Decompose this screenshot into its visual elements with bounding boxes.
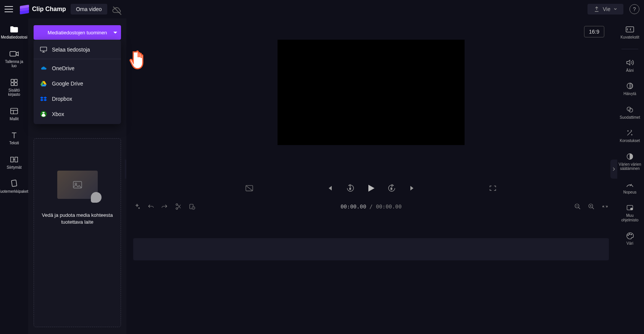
import-dropbox[interactable]: Dropbox (34, 91, 121, 106)
image-placeholder-icon (73, 181, 82, 189)
rail-label: Värien värien säätäminen (618, 162, 642, 171)
import-button-label: Mediatiedostojen tuominen (48, 30, 107, 35)
skip-end-button[interactable] (408, 184, 417, 193)
timeline-empty-track[interactable] (133, 238, 609, 260)
media-dropzone[interactable]: Vedä ja pudota media kohteesta tuotettav… (34, 138, 121, 327)
rail-effects[interactable]: Korostukset (617, 127, 642, 145)
rail-transitions[interactable]: Siirtymät (2, 154, 27, 171)
rail-media[interactable]: Mediatiedostosi (2, 24, 27, 41)
aspect-ratio-button[interactable]: 16:9 (584, 26, 604, 37)
app-name: Clip Champ (32, 6, 66, 13)
rail-label: Korostukset (620, 139, 640, 143)
svg-point-21 (176, 208, 178, 210)
import-source-dropdown: Selaa tiedostoja OneDrive Google Drive D (34, 40, 121, 124)
svg-rect-1 (10, 52, 16, 56)
library-icon (9, 78, 19, 87)
rail-record[interactable]: Tallenna ja luo (2, 48, 27, 70)
onedrive-icon (40, 65, 47, 72)
zoom-in-button[interactable] (588, 203, 595, 210)
undo-button[interactable] (147, 203, 155, 210)
svg-rect-12 (40, 47, 47, 51)
collapse-right-panel-tab[interactable] (610, 160, 617, 179)
rewind-5-button[interactable]: 5 (346, 184, 355, 193)
preview-row: 16:9 (126, 18, 616, 179)
rail-label: Tallenna ja luo (2, 60, 26, 68)
cloud-sync-off-icon[interactable] (112, 5, 123, 13)
templates-icon (9, 107, 19, 115)
rail-brandkit[interactable]: Tuotemerkkipaketti (2, 178, 27, 195)
svg-text:5: 5 (349, 187, 351, 190)
text-icon (9, 131, 19, 139)
svg-point-38 (631, 208, 633, 210)
app-logo-block: Clip Champ (20, 5, 66, 13)
timeline-toolbar: 00:00.00 / 00:00.00 (126, 198, 616, 215)
zoom-out-button[interactable] (574, 203, 581, 210)
contrast-icon (625, 152, 635, 161)
svg-rect-10 (15, 157, 18, 162)
camera-icon (9, 50, 19, 58)
rail-text[interactable]: Teksti (2, 129, 27, 147)
dropdown-label: Xbox (52, 111, 64, 117)
help-button[interactable]: ? (629, 4, 639, 14)
timecode-sep: / (370, 203, 373, 210)
dropzone-thumb (57, 171, 98, 199)
ai-sparkle-button[interactable] (133, 203, 141, 210)
rail-filters[interactable]: Suodattimet (617, 104, 642, 121)
filters-icon (625, 105, 635, 114)
rail-library[interactable]: Sisältö kirjasto (2, 77, 27, 98)
svg-rect-6 (11, 108, 18, 114)
export-button[interactable]: Vie (588, 4, 623, 15)
svg-point-40 (629, 234, 630, 234)
folder-icon (9, 25, 19, 34)
delete-clip-button[interactable] (188, 203, 196, 210)
rail-color-adjust[interactable]: Värien värien säätäminen (617, 151, 642, 173)
dropzone-text: Vedä ja pudota media kohteesta tuotettav… (34, 212, 121, 225)
import-browse-files[interactable]: Selaa tiedostoja (34, 42, 121, 57)
safe-area-toggle[interactable] (245, 184, 254, 193)
rail-label: Siirtymät (7, 165, 22, 170)
rail-audio[interactable]: Ääni (617, 57, 642, 74)
fit-timeline-button[interactable] (601, 203, 609, 210)
clipchamp-logo-icon (20, 5, 29, 13)
svg-rect-3 (15, 79, 17, 82)
wand-icon (625, 129, 635, 137)
dropdown-label: Dropbox (52, 96, 72, 102)
project-title-chip[interactable]: Oma video (71, 4, 107, 15)
rail-other-software[interactable]: Muu ohjelmisto (617, 202, 642, 224)
rail-label: Suodattimet (620, 115, 640, 120)
rail-captions[interactable]: Kuvatekstit (617, 24, 642, 41)
svg-rect-4 (11, 82, 14, 85)
import-onedrive[interactable]: OneDrive (34, 61, 121, 76)
speed-gauge-icon (625, 180, 635, 189)
svg-rect-11 (11, 180, 17, 187)
skip-start-button[interactable] (325, 184, 334, 193)
rail-templates[interactable]: Mallit (2, 105, 27, 123)
import-google-drive[interactable]: Google Drive (34, 76, 121, 91)
rail-label: Ääni (626, 68, 634, 73)
svg-rect-9 (11, 157, 13, 162)
rail-label: Mediatiedostosi (1, 35, 27, 40)
timeline-area[interactable] (126, 215, 616, 334)
rail-label: Kuvatekstit (621, 35, 639, 40)
rail-speed[interactable]: Nopeus (617, 179, 642, 196)
rail-label: Mallit (10, 117, 18, 121)
rail-label: Sisältö kirjasto (2, 88, 26, 97)
plugin-icon (625, 203, 635, 212)
rail-fade[interactable]: Häivytä (617, 80, 642, 98)
import-xbox[interactable]: Xbox (34, 106, 121, 122)
pointer-hand-annotation (128, 49, 150, 71)
menu-hamburger-icon[interactable] (5, 4, 15, 15)
dropdown-label: Google Drive (52, 81, 83, 87)
split-button[interactable] (174, 203, 182, 210)
play-button[interactable] (366, 184, 376, 193)
fullscreen-button[interactable] (488, 184, 497, 193)
rail-color[interactable]: Väri (617, 230, 642, 247)
video-preview-canvas[interactable] (278, 40, 465, 145)
svg-line-25 (578, 207, 580, 209)
right-properties-rail: Kuvatekstit Ääni Häivytä Suodattimet Ko (616, 18, 644, 334)
transitions-icon (9, 155, 19, 164)
import-media-button[interactable]: Mediatiedostojen tuominen (34, 25, 121, 40)
brandkit-icon (9, 179, 19, 188)
redo-button[interactable] (161, 203, 168, 210)
forward-5-button[interactable]: 5 (387, 184, 396, 193)
